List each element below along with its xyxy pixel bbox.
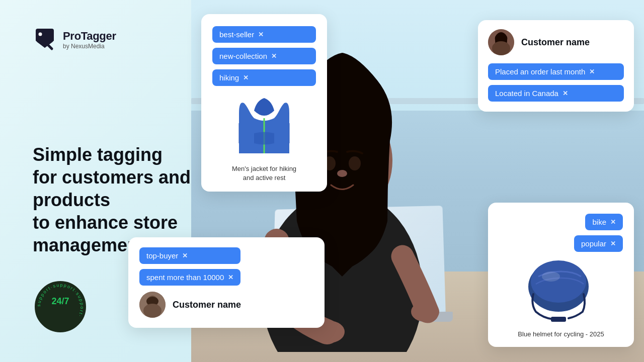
svg-point-4 [349,156,361,170]
svg-point-11 [35,282,86,332]
svg-point-25 [542,272,560,282]
tag-best-seller[interactable]: best-seller ✕ [212,26,316,43]
customer-tags-top: Placed an order last month ✕ Located in … [488,63,624,102]
product-tags-top: best-seller ✕ new-collection ✕ hiking ✕ [212,26,316,86]
svg-point-5 [337,170,347,177]
tag-top-buyer[interactable]: top-buyer ✕ [139,247,240,264]
logo-text: ProTagger by NexusMedia [63,30,116,50]
product-tags-bottom: bike ✕ popular ✕ [499,214,623,252]
helmet-image [499,259,623,324]
product-description-top: Men's jacket for hiking and active rest [212,164,316,183]
remove-tag-top-buyer[interactable]: ✕ [182,252,188,259]
remove-tag-bike[interactable]: ✕ [610,218,616,226]
tag-spent-more[interactable]: spent more than 10000 ✕ [139,269,240,286]
svg-point-23 [531,260,586,303]
remove-tag-spent-more[interactable]: ✕ [228,274,233,281]
logo-icon [33,28,57,52]
tag-bike[interactable]: bike ✕ [585,214,623,230]
logo-area: ProTagger by NexusMedia [33,28,116,52]
customer-header-top: Customer name [488,29,624,55]
svg-point-7 [411,302,439,322]
product-card-top: best-seller ✕ new-collection ✕ hiking ✕ … [201,14,327,192]
logo-name: ProTagger [63,30,116,43]
product-card-bottom: bike ✕ popular ✕ Blue helmet for cycling… [488,203,634,347]
tag-placed-order[interactable]: Placed an order last month ✕ [488,63,624,80]
jacket-image [212,93,316,158]
customer-name-bottom: Customer name [173,300,241,310]
support-badge: support·support·support· 24/7 [33,279,88,334]
remove-tag-placed-order[interactable]: ✕ [589,68,595,75]
bottom-tags-col: top-buyer ✕ spent more than 10000 ✕ [139,247,240,286]
customer-bottom-identity: Customer name [139,292,241,318]
tag-hiking[interactable]: hiking ✕ [212,69,316,86]
customer-avatar-bottom [139,292,166,318]
tag-located-canada[interactable]: Located in Canada ✕ [488,85,624,102]
remove-tag-new-collection[interactable]: ✕ [271,52,277,60]
tag-popular[interactable]: popular ✕ [574,235,623,252]
remove-tag-popular[interactable]: ✕ [610,240,616,247]
svg-rect-24 [551,317,566,322]
customer-card-bottom: top-buyer ✕ spent more than 10000 ✕ Cust… [128,237,325,328]
remove-tag-best-seller[interactable]: ✕ [258,31,264,38]
remove-tag-located-canada[interactable]: ✕ [562,89,568,97]
product-description-bottom: Blue helmet for cycling - 2025 [499,330,623,338]
customer-card-top: Customer name Placed an order last month… [478,20,634,112]
logo-subtitle: by NexusMedia [63,43,116,50]
svg-point-21 [143,304,162,318]
svg-point-10 [39,33,42,36]
svg-point-17 [492,41,510,55]
customer-avatar-top [488,29,514,55]
remove-tag-hiking[interactable]: ✕ [243,74,249,81]
svg-text:24/7: 24/7 [51,296,69,306]
tag-new-collection[interactable]: new-collection ✕ [212,48,316,64]
customer-name-top: Customer name [521,37,590,48]
